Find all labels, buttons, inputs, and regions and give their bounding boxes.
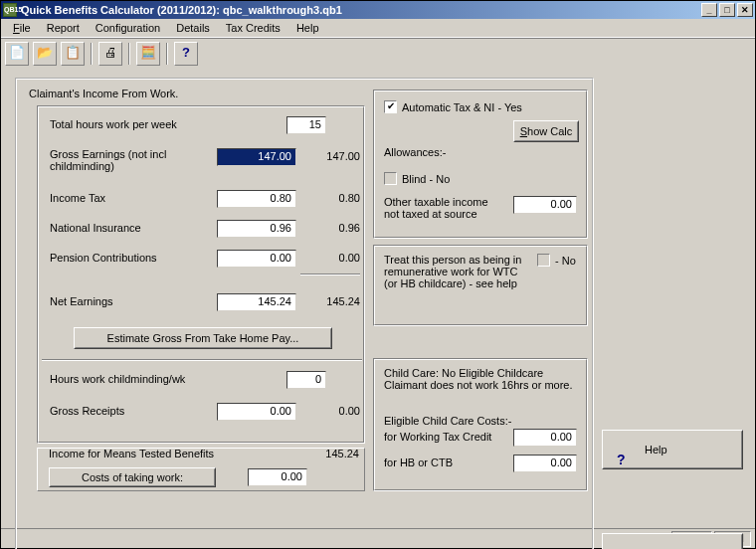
income-group: Total hours work per week 15 Gross Earni…: [37, 105, 365, 444]
app-window: QB15 Quick Benefits Calculator (2011/201…: [0, 0, 756, 549]
pension-input[interactable]: 0.00: [217, 250, 296, 268]
toolbar-calc-icon[interactable]: 🧮: [136, 42, 160, 66]
net-readout: 145.24: [326, 295, 360, 307]
tax-ni-group: ✔ Automatic Tax & NI - Yes Show Calc All…: [373, 90, 588, 239]
income-tax-label: Income Tax: [50, 192, 105, 204]
ni-input[interactable]: 0.96: [217, 220, 296, 238]
toolbar-print-icon[interactable]: 🖨: [98, 42, 122, 66]
other-income-label: Other taxable income not taxed at source: [384, 196, 503, 220]
ni-label: National Insurance: [50, 222, 141, 234]
remunerative-group: Treat this person as being in remunerati…: [373, 245, 588, 326]
toolbar-separator: [91, 43, 93, 65]
menu-help[interactable]: Help: [288, 20, 327, 36]
hours-input[interactable]: 15: [286, 116, 326, 134]
gross-label: Gross Earnings (not incl childminding): [50, 148, 209, 172]
gross-readout: 147.00: [326, 150, 360, 162]
auto-tax-label: Automatic Tax & NI - Yes: [402, 101, 522, 113]
gross-receipts-label: Gross Receipts: [50, 405, 124, 417]
divider: [42, 359, 362, 361]
help-button-label: Help: [645, 444, 667, 456]
menu-report[interactable]: Report: [39, 20, 88, 36]
app-icon: QB15: [3, 3, 17, 17]
cm-hours-label: Hours work childminding/wk: [50, 373, 185, 385]
means-readout: 145.24: [325, 448, 359, 459]
side-panel: ?Help Done: [602, 430, 745, 549]
eligible-label: Eligible Child Care Costs:-: [384, 415, 511, 427]
blind-checkbox[interactable]: [384, 172, 397, 185]
childcare-label: Child Care: No Eligible Childcare Claima…: [384, 367, 579, 391]
menu-configuration[interactable]: Configuration: [88, 20, 168, 36]
toolbar-separator: [166, 43, 168, 65]
net-input[interactable]: 145.24: [217, 293, 296, 311]
hours-label: Total hours work per week: [50, 118, 177, 130]
other-income-input[interactable]: 0.00: [513, 196, 577, 214]
toolbar-new-icon[interactable]: 📄: [5, 42, 29, 66]
minimize-button[interactable]: _: [701, 3, 717, 17]
maximize-button[interactable]: □: [719, 3, 735, 17]
gross-receipts-input[interactable]: 0.00: [217, 403, 296, 421]
gross-earnings-input[interactable]: 147.00: [217, 148, 296, 166]
net-label: Net Earnings: [50, 295, 113, 307]
costs-input[interactable]: 0.00: [248, 468, 307, 486]
remunerative-suffix: - No: [555, 255, 576, 267]
means-label: Income for Means Tested Benefits: [49, 448, 214, 459]
wtc-label: for Working Tax Credit: [384, 431, 491, 443]
remunerative-checkbox[interactable]: [537, 254, 550, 267]
main-panel: Claimant's Income From Work. Total hours…: [15, 78, 594, 549]
menu-tax-credits[interactable]: Tax Credits: [218, 20, 288, 36]
titlebar: QB15 Quick Benefits Calculator (2011/201…: [1, 1, 755, 19]
income-tax-readout: 0.80: [326, 192, 360, 204]
toolbar-copy-icon[interactable]: 📋: [61, 42, 85, 66]
income-tax-input[interactable]: 0.80: [217, 190, 296, 208]
pension-readout: 0.00: [326, 252, 360, 264]
panel-title: Claimant's Income From Work.: [29, 88, 178, 99]
toolbar-separator: [128, 43, 130, 65]
toolbar-open-icon[interactable]: 📂: [33, 42, 57, 66]
close-button[interactable]: ✕: [737, 3, 753, 17]
remunerative-label: Treat this person as being in remunerati…: [384, 254, 533, 289]
client-area: Claimant's Income From Work. Total hours…: [1, 68, 755, 528]
menubar: FFileile Report Configuration Details Ta…: [1, 19, 755, 38]
window-title: Quick Benefits Calculator (2011/2012): q…: [21, 4, 699, 16]
hb-label: for HB or CTB: [384, 457, 453, 468]
toolbar: 📄 📂 📋 🖨 🧮 ?: [1, 38, 755, 68]
gross-receipts-readout: 0.00: [326, 405, 360, 417]
menu-file[interactable]: FFileile: [5, 20, 39, 36]
allowances-label: Allowances:-: [384, 146, 446, 158]
menu-details[interactable]: Details: [168, 20, 218, 36]
show-calc-button[interactable]: Show Calc: [513, 120, 579, 142]
done-button[interactable]: Done: [602, 533, 743, 549]
ni-readout: 0.96: [326, 222, 360, 234]
pension-label: Pension Contributions: [50, 252, 157, 264]
childcare-group: Child Care: No Eligible Childcare Claima…: [373, 358, 588, 491]
cm-hours-input[interactable]: 0: [286, 371, 326, 389]
wtc-input[interactable]: 0.00: [513, 429, 577, 447]
estimate-gross-button[interactable]: Estimate Gross From Take Home Pay...: [74, 327, 332, 349]
blind-label: Blind - No: [402, 173, 450, 185]
help-icon: ?: [617, 443, 633, 458]
means-group: Income for Means Tested Benefits 145.24 …: [37, 448, 365, 491]
hb-input[interactable]: 0.00: [513, 455, 577, 472]
costs-button[interactable]: Costs of taking work:: [49, 467, 216, 487]
auto-tax-checkbox[interactable]: ✔: [384, 100, 397, 113]
toolbar-help-icon[interactable]: ?: [174, 42, 198, 66]
help-button[interactable]: ?Help: [602, 430, 743, 469]
divider: [300, 274, 360, 275]
